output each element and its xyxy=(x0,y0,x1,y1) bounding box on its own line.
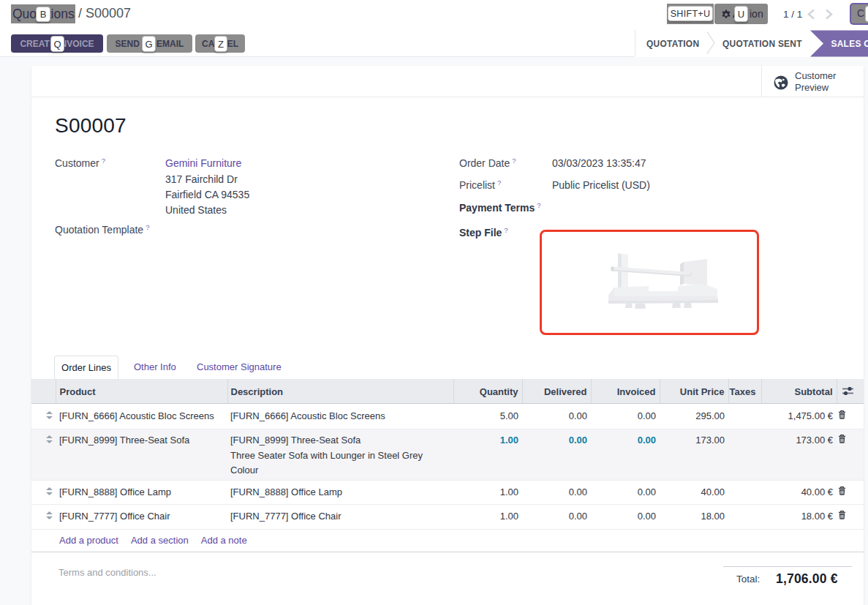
svg-text:QUOTATION SENT: QUOTATION SENT xyxy=(722,39,802,49)
svg-text:QUOTATION: QUOTATION xyxy=(646,39,699,49)
svg-text:SALES ORD: SALES ORD xyxy=(831,39,868,49)
